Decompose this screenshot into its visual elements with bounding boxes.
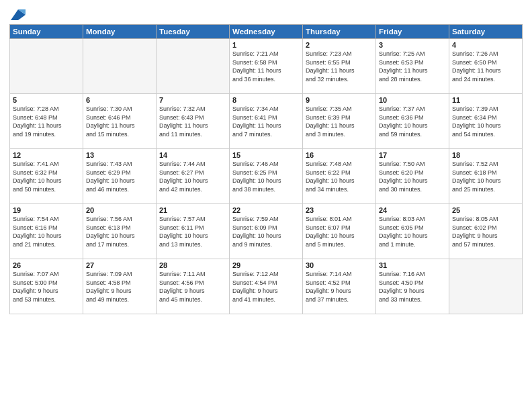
calendar-cell: 9Sunrise: 7:35 AM Sunset: 6:39 PM Daylig… <box>303 94 376 149</box>
day-info: Sunrise: 7:39 AM Sunset: 6:34 PM Dayligh… <box>452 105 519 138</box>
weekday-header-thursday: Thursday <box>303 25 376 39</box>
weekday-header-sunday: Sunday <box>10 25 83 39</box>
day-info: Sunrise: 7:34 AM Sunset: 6:41 PM Dayligh… <box>232 105 300 138</box>
day-number: 9 <box>306 96 373 104</box>
calendar-cell: 7Sunrise: 7:32 AM Sunset: 6:43 PM Daylig… <box>157 94 230 149</box>
calendar-cell: 4Sunrise: 7:26 AM Sunset: 6:50 PM Daylig… <box>449 39 523 94</box>
day-info: Sunrise: 7:59 AM Sunset: 6:09 PM Dayligh… <box>232 215 300 248</box>
day-info: Sunrise: 7:54 AM Sunset: 6:16 PM Dayligh… <box>13 215 80 248</box>
calendar-cell: 2Sunrise: 7:23 AM Sunset: 6:55 PM Daylig… <box>303 39 376 94</box>
header <box>9 7 523 20</box>
calendar-cell: 8Sunrise: 7:34 AM Sunset: 6:41 PM Daylig… <box>230 94 303 149</box>
day-info: Sunrise: 7:26 AM Sunset: 6:50 PM Dayligh… <box>452 50 519 83</box>
day-info: Sunrise: 7:57 AM Sunset: 6:11 PM Dayligh… <box>159 215 226 248</box>
logo-icon <box>11 9 26 20</box>
calendar-cell: 17Sunrise: 7:50 AM Sunset: 6:20 PM Dayli… <box>376 149 449 204</box>
day-number: 24 <box>379 206 446 214</box>
calendar-cell: 11Sunrise: 7:39 AM Sunset: 6:34 PM Dayli… <box>449 94 523 149</box>
calendar-cell: 19Sunrise: 7:54 AM Sunset: 6:16 PM Dayli… <box>10 204 83 259</box>
page-container: SundayMondayTuesdayWednesdayThursdayFrid… <box>0 0 532 318</box>
day-info: Sunrise: 8:05 AM Sunset: 6:02 PM Dayligh… <box>452 215 519 248</box>
day-info: Sunrise: 7:52 AM Sunset: 6:18 PM Dayligh… <box>452 160 519 193</box>
calendar-cell: 10Sunrise: 7:37 AM Sunset: 6:36 PM Dayli… <box>376 94 449 149</box>
calendar-cell: 12Sunrise: 7:41 AM Sunset: 6:32 PM Dayli… <box>10 149 83 204</box>
day-number: 30 <box>306 261 373 269</box>
day-number: 5 <box>13 96 80 104</box>
day-info: Sunrise: 7:11 AM Sunset: 4:56 PM Dayligh… <box>159 270 226 304</box>
calendar-cell <box>157 39 230 94</box>
calendar-cell: 28Sunrise: 7:11 AM Sunset: 4:56 PM Dayli… <box>157 259 230 314</box>
day-number: 27 <box>86 261 153 269</box>
calendar-cell: 29Sunrise: 7:12 AM Sunset: 4:54 PM Dayli… <box>230 259 303 314</box>
weekday-header-wednesday: Wednesday <box>230 25 303 39</box>
day-info: Sunrise: 7:28 AM Sunset: 6:48 PM Dayligh… <box>13 105 80 138</box>
day-info: Sunrise: 7:37 AM Sunset: 6:36 PM Dayligh… <box>379 105 446 138</box>
day-info: Sunrise: 7:44 AM Sunset: 6:27 PM Dayligh… <box>159 160 226 193</box>
day-info: Sunrise: 7:23 AM Sunset: 6:55 PM Dayligh… <box>306 50 373 83</box>
day-info: Sunrise: 7:48 AM Sunset: 6:22 PM Dayligh… <box>306 160 373 193</box>
calendar-cell: 13Sunrise: 7:43 AM Sunset: 6:29 PM Dayli… <box>83 149 157 204</box>
day-number: 31 <box>379 261 446 269</box>
day-number: 25 <box>452 206 519 214</box>
day-number: 15 <box>232 151 300 159</box>
day-info: Sunrise: 7:30 AM Sunset: 6:46 PM Dayligh… <box>86 105 153 138</box>
day-number: 28 <box>159 261 226 269</box>
day-number: 7 <box>159 96 226 104</box>
day-number: 18 <box>452 151 519 159</box>
day-number: 20 <box>86 206 153 214</box>
day-number: 26 <box>13 261 80 269</box>
day-number: 10 <box>379 96 446 104</box>
calendar-cell: 24Sunrise: 8:03 AM Sunset: 6:05 PM Dayli… <box>376 204 449 259</box>
calendar-cell: 5Sunrise: 7:28 AM Sunset: 6:48 PM Daylig… <box>10 94 83 149</box>
calendar-cell: 3Sunrise: 7:25 AM Sunset: 6:53 PM Daylig… <box>376 39 449 94</box>
day-info: Sunrise: 7:41 AM Sunset: 6:32 PM Dayligh… <box>13 160 80 193</box>
day-number: 13 <box>86 151 153 159</box>
day-info: Sunrise: 7:12 AM Sunset: 4:54 PM Dayligh… <box>232 270 300 304</box>
day-info: Sunrise: 8:01 AM Sunset: 6:07 PM Dayligh… <box>306 215 373 248</box>
day-info: Sunrise: 7:32 AM Sunset: 6:43 PM Dayligh… <box>159 105 226 138</box>
day-info: Sunrise: 7:46 AM Sunset: 6:25 PM Dayligh… <box>232 160 300 193</box>
day-number: 2 <box>306 41 373 49</box>
calendar-cell: 26Sunrise: 7:07 AM Sunset: 5:00 PM Dayli… <box>10 259 83 314</box>
calendar-cell: 14Sunrise: 7:44 AM Sunset: 6:27 PM Dayli… <box>157 149 230 204</box>
week-row-3: 12Sunrise: 7:41 AM Sunset: 6:32 PM Dayli… <box>10 149 523 204</box>
calendar-cell: 25Sunrise: 8:05 AM Sunset: 6:02 PM Dayli… <box>449 204 523 259</box>
weekday-header-tuesday: Tuesday <box>157 25 230 39</box>
day-number: 4 <box>452 41 519 49</box>
day-number: 6 <box>86 96 153 104</box>
day-number: 22 <box>232 206 300 214</box>
day-number: 21 <box>159 206 226 214</box>
calendar-cell: 16Sunrise: 7:48 AM Sunset: 6:22 PM Dayli… <box>303 149 376 204</box>
day-info: Sunrise: 7:43 AM Sunset: 6:29 PM Dayligh… <box>86 160 153 193</box>
logo <box>9 9 26 20</box>
calendar-cell: 31Sunrise: 7:16 AM Sunset: 4:50 PM Dayli… <box>376 259 449 314</box>
day-info: Sunrise: 7:50 AM Sunset: 6:20 PM Dayligh… <box>379 160 446 193</box>
day-info: Sunrise: 7:25 AM Sunset: 6:53 PM Dayligh… <box>379 50 446 83</box>
day-number: 1 <box>232 41 300 49</box>
calendar-cell: 23Sunrise: 8:01 AM Sunset: 6:07 PM Dayli… <box>303 204 376 259</box>
calendar-cell: 20Sunrise: 7:56 AM Sunset: 6:13 PM Dayli… <box>83 204 157 259</box>
calendar-table: SundayMondayTuesdayWednesdayThursdayFrid… <box>9 24 523 314</box>
calendar-cell: 1Sunrise: 7:21 AM Sunset: 6:58 PM Daylig… <box>230 39 303 94</box>
day-info: Sunrise: 7:56 AM Sunset: 6:13 PM Dayligh… <box>86 215 153 248</box>
day-info: Sunrise: 7:21 AM Sunset: 6:58 PM Dayligh… <box>232 50 300 83</box>
day-number: 29 <box>232 261 300 269</box>
calendar-cell: 6Sunrise: 7:30 AM Sunset: 6:46 PM Daylig… <box>83 94 157 149</box>
day-info: Sunrise: 8:03 AM Sunset: 6:05 PM Dayligh… <box>379 215 446 248</box>
day-number: 8 <box>232 96 300 104</box>
day-number: 17 <box>379 151 446 159</box>
week-row-1: 1Sunrise: 7:21 AM Sunset: 6:58 PM Daylig… <box>10 39 523 94</box>
day-info: Sunrise: 7:14 AM Sunset: 4:52 PM Dayligh… <box>306 270 373 304</box>
day-number: 12 <box>13 151 80 159</box>
calendar-cell: 21Sunrise: 7:57 AM Sunset: 6:11 PM Dayli… <box>157 204 230 259</box>
weekday-header-row: SundayMondayTuesdayWednesdayThursdayFrid… <box>10 25 523 39</box>
weekday-header-monday: Monday <box>83 25 157 39</box>
calendar-cell: 27Sunrise: 7:09 AM Sunset: 4:58 PM Dayli… <box>83 259 157 314</box>
day-info: Sunrise: 7:09 AM Sunset: 4:58 PM Dayligh… <box>86 270 153 304</box>
day-number: 16 <box>306 151 373 159</box>
calendar-cell <box>10 39 83 94</box>
calendar-cell <box>449 259 523 314</box>
day-info: Sunrise: 7:16 AM Sunset: 4:50 PM Dayligh… <box>379 270 446 304</box>
day-number: 11 <box>452 96 519 104</box>
week-row-2: 5Sunrise: 7:28 AM Sunset: 6:48 PM Daylig… <box>10 94 523 149</box>
